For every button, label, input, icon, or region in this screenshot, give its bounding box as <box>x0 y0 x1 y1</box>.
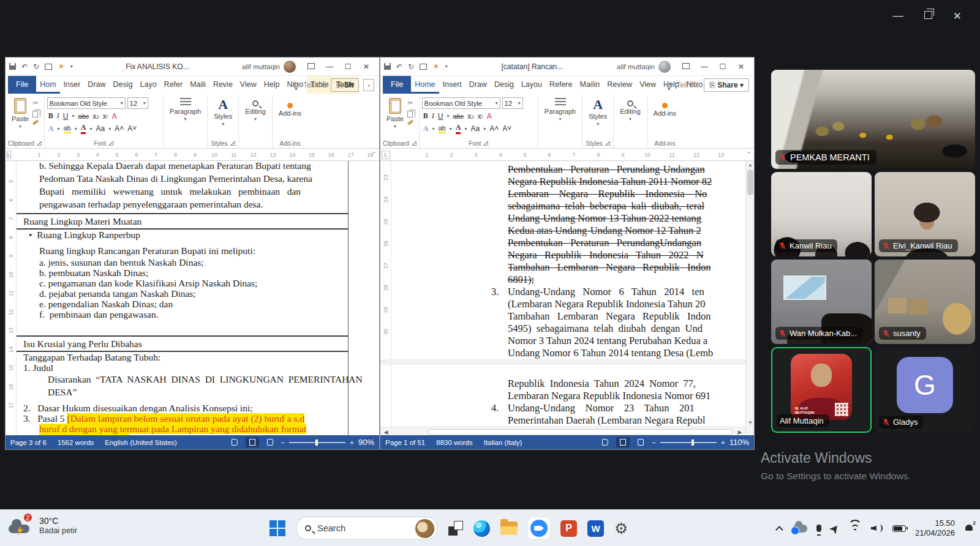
text-effects-button[interactable]: A <box>423 124 429 133</box>
horizontal-ruler[interactable]: L 12345678910111213 ⌃ <box>380 149 754 161</box>
ribbon-tab[interactable]: Revie <box>209 76 236 94</box>
change-case-button[interactable]: Aa <box>470 124 480 133</box>
touch-mode-icon[interactable]: ☀ <box>432 62 440 71</box>
search-highlight-image[interactable] <box>415 519 434 538</box>
tray-expand-icon[interactable] <box>775 526 783 534</box>
zoom-percentage[interactable]: 110% <box>729 438 749 447</box>
highlight-color-button[interactable]: ab <box>439 124 446 133</box>
ribbon-tab[interactable]: Maili <box>186 76 209 94</box>
language-indicator[interactable]: English (United States) <box>105 439 177 446</box>
zoom-slider[interactable] <box>289 442 345 443</box>
dialog-launcher-icon[interactable] <box>37 141 42 146</box>
ribbon-tab[interactable]: Draw <box>84 76 109 94</box>
paste-button[interactable]: Paste▾ <box>8 95 32 132</box>
text-effects-button[interactable]: A <box>48 124 54 133</box>
minimize-button[interactable]: — <box>320 62 339 71</box>
microphone-tray-icon[interactable] <box>816 525 821 532</box>
ribbon-tab[interactable]: Layo <box>137 76 160 94</box>
paragraph-button[interactable]: Paragraph▾ <box>166 95 205 124</box>
close-button[interactable]: ✕ <box>732 62 750 71</box>
more-tabs-button[interactable]: › <box>363 79 374 91</box>
print-layout-button[interactable] <box>246 437 259 447</box>
window-icon[interactable] <box>420 64 427 70</box>
scrollbar-thumb[interactable] <box>428 429 733 435</box>
italic-button[interactable]: I <box>57 111 59 121</box>
ribbon-tab[interactable]: Inser <box>60 76 85 94</box>
font-name-combo[interactable]: Bookman Old Style▾ <box>422 97 500 109</box>
notifications-bell-icon[interactable] <box>964 523 974 533</box>
change-case-button[interactable]: Aa <box>96 124 105 133</box>
zoom-in-button[interactable]: + <box>350 439 354 446</box>
ribbon-tab[interactable]: File <box>8 76 36 94</box>
close-button[interactable]: ✕ <box>357 62 375 71</box>
strikethrough-button[interactable]: abc <box>453 113 464 120</box>
zoom-percentage[interactable]: 90% <box>358 438 374 447</box>
undo-icon[interactable]: ↶ <box>21 62 28 71</box>
tellme-label[interactable]: Tell me <box>303 81 326 89</box>
zoom-out-button[interactable]: − <box>281 439 285 446</box>
save-icon[interactable] <box>384 63 391 70</box>
format-painter-icon[interactable] <box>32 119 39 125</box>
ribbon-tab[interactable]: View <box>636 76 660 94</box>
minimize-button[interactable]: — <box>695 62 714 71</box>
highlight-color-button[interactable]: ab <box>64 124 71 133</box>
document-canvas[interactable]: 567891011121314151617 b. Sehingga Kepala… <box>6 161 379 436</box>
document-text[interactable]: Pembentukan Peraturan Perundang-Undangan… <box>391 163 745 436</box>
shell-restore-button[interactable] <box>924 10 932 23</box>
web-layout-button[interactable] <box>263 437 277 447</box>
dialog-launcher-icon[interactable] <box>231 141 235 146</box>
clear-formatting-icon[interactable]: A <box>486 112 492 121</box>
ribbon-tab[interactable]: Draw <box>466 76 491 94</box>
share-button[interactable]: ⎘ Sh <box>331 78 359 92</box>
print-layout-button[interactable] <box>616 437 630 447</box>
vertical-ruler[interactable]: 567891011121314151617 <box>6 161 17 436</box>
zoom-out-button[interactable]: − <box>652 439 656 446</box>
language-indicator[interactable]: Italian (Italy) <box>484 439 522 446</box>
location-tray-icon[interactable] <box>829 523 840 534</box>
shrink-font-button[interactable]: A˅ <box>127 124 137 133</box>
italic-button[interactable]: I <box>432 111 434 121</box>
dialog-launcher-icon[interactable] <box>412 141 417 146</box>
copy-icon[interactable] <box>32 111 38 118</box>
undo-icon[interactable]: ↶ <box>396 62 402 71</box>
vertical-ruler[interactable]: 2324252627282930 <box>380 161 391 436</box>
ribbon-tab[interactable]: Desig <box>491 76 518 94</box>
styles-button[interactable]: AStyles▾ <box>210 95 236 129</box>
styles-button[interactable]: AStyles▾ <box>585 95 611 129</box>
maximize-button[interactable]: ☐ <box>714 62 732 71</box>
dialog-launcher-icon[interactable] <box>606 141 610 146</box>
font-color-button[interactable]: A <box>456 123 461 134</box>
volume-icon[interactable] <box>871 523 883 533</box>
addins-button[interactable]: Add-ins <box>650 95 680 119</box>
participant-tile[interactable]: Wan Mulkan-Kab... <box>771 260 872 344</box>
tab-selector-icon[interactable]: L <box>7 151 11 159</box>
underline-button[interactable]: U <box>63 112 69 121</box>
subscript-button[interactable]: x2 <box>467 112 473 121</box>
strikethrough-button[interactable]: abc <box>78 113 89 120</box>
ribbon-tab[interactable]: Refer <box>160 76 187 94</box>
document-text[interactable]: b. Sehingga Kepala Daerah dapat menetapk… <box>17 163 379 436</box>
ribbon-display-options-button[interactable] <box>302 62 320 71</box>
format-painter-icon[interactable] <box>407 119 413 125</box>
shell-close-button[interactable]: ✕ <box>953 10 962 23</box>
search-box[interactable]: Search <box>296 517 438 540</box>
word-count[interactable]: 1562 words <box>58 439 94 446</box>
bold-button[interactable]: B <box>48 111 53 121</box>
tab-selector-icon[interactable]: L <box>382 151 390 159</box>
copy-icon[interactable] <box>407 111 413 118</box>
cut-icon[interactable]: ✂ <box>407 99 413 107</box>
onedrive-icon[interactable] <box>793 525 807 533</box>
wifi-icon[interactable] <box>848 523 862 533</box>
participant-tile[interactable]: susanty <box>875 260 975 344</box>
word-count[interactable]: 8830 words <box>436 439 472 446</box>
grow-font-button[interactable]: A˄ <box>489 124 499 133</box>
ribbon-tab[interactable]: Refere <box>546 76 576 94</box>
file-explorer-icon[interactable] <box>500 522 518 535</box>
ribbon-tab[interactable]: File <box>383 76 411 94</box>
ribbon-tab[interactable]: View <box>236 76 260 94</box>
shell-minimize-button[interactable]: — <box>893 10 903 23</box>
read-mode-button[interactable] <box>598 437 612 447</box>
vertical-scrollbar[interactable]: ▲ ▼ <box>745 161 754 436</box>
ribbon-tab[interactable]: Insert <box>439 76 466 94</box>
save-icon[interactable] <box>9 63 16 70</box>
